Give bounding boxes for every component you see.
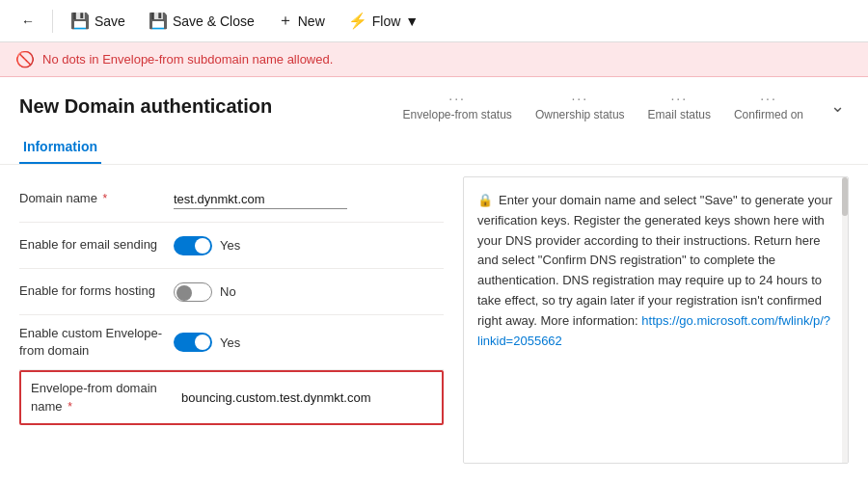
save-button[interactable]: 💾 Save — [61, 7, 135, 35]
envelope-from-status: ··· Envelope-from status — [402, 91, 511, 121]
scrollbar-track — [842, 177, 848, 463]
domain-name-input[interactable] — [174, 190, 347, 209]
info-panel: 🔒Enter your domain name and select "Save… — [463, 176, 849, 464]
form-row-envelope-from-toggle: Enable custom Envelope-from domain Yes — [19, 315, 444, 370]
info-text: Enter your domain name and select "Save"… — [477, 193, 832, 328]
form-panel: Domain name * Enable for email sending Y… — [19, 176, 463, 464]
ownership-status: ··· Ownership status — [535, 91, 625, 121]
error-icon: 🚫 — [15, 50, 35, 68]
toolbar: ← 💾 Save 💾 Save & Close ＋ New ⚡ Flow ▼ — [0, 0, 868, 42]
content-area: Domain name * Enable for email sending Y… — [0, 165, 868, 475]
flow-chevron-icon: ▼ — [405, 13, 419, 29]
back-icon: ← — [21, 13, 35, 29]
tab-information[interactable]: Information — [19, 131, 101, 164]
required-indicator-2: * — [68, 400, 72, 414]
form-row-domain-name: Domain name * — [19, 176, 444, 223]
email-sending-toggle[interactable] — [174, 236, 212, 255]
lock-icon: 🔒 — [477, 193, 493, 207]
confirmed-on-status: ··· Confirmed on — [734, 91, 803, 121]
form-row-forms-hosting: Enable for forms hosting No — [19, 269, 444, 315]
divider — [52, 10, 53, 33]
save-close-icon: 💾 — [149, 12, 168, 30]
flow-icon: ⚡ — [348, 12, 367, 30]
forms-hosting-toggle[interactable] — [174, 282, 212, 302]
tab-bar: Information — [0, 131, 868, 165]
flow-button[interactable]: ⚡ Flow ▼ — [339, 7, 428, 35]
save-close-button[interactable]: 💾 Save & Close — [139, 7, 264, 35]
error-banner: 🚫 No dots in Envelope-from subdomain nam… — [0, 42, 868, 77]
status-bar-chevron[interactable]: ⌄ — [827, 95, 849, 117]
new-icon: ＋ — [278, 11, 293, 31]
status-bar: ··· Envelope-from status ··· Ownership s… — [402, 91, 849, 121]
required-indicator: * — [103, 192, 108, 205]
scrollbar-thumb — [842, 177, 848, 216]
envelope-from-domain-input[interactable] — [181, 390, 374, 405]
back-button[interactable]: ← — [12, 9, 44, 34]
form-row-email-sending: Enable for email sending Yes — [19, 223, 444, 269]
page-header: New Domain authentication ··· Envelope-f… — [0, 77, 868, 131]
form-row-envelope-from-domain: Envelope-from domain name * — [19, 370, 444, 424]
new-button[interactable]: ＋ New — [268, 6, 335, 36]
error-text: No dots in Envelope-from subdomain name … — [42, 52, 333, 67]
save-icon: 💾 — [70, 12, 90, 30]
email-status: ··· Email status — [648, 91, 711, 121]
envelope-from-toggle[interactable] — [174, 333, 212, 352]
page-title: New Domain authentication — [19, 95, 272, 118]
